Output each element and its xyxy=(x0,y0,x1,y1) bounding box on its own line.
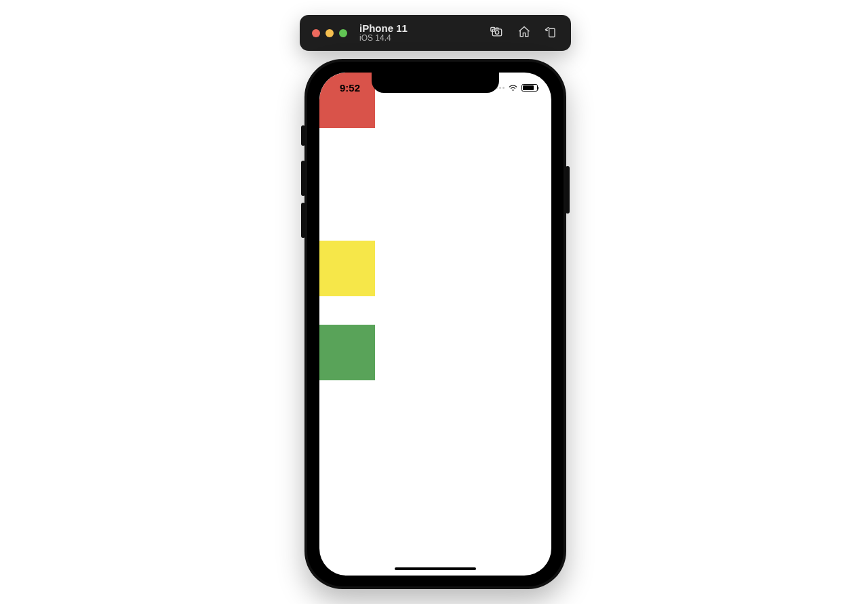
status-right xyxy=(492,81,538,94)
home-icon xyxy=(517,25,531,41)
toolbar-actions xyxy=(490,26,559,41)
battery-icon xyxy=(521,84,538,92)
svg-point-1 xyxy=(495,31,498,34)
rotate-button[interactable] xyxy=(544,26,559,41)
app-content xyxy=(319,73,551,576)
home-button[interactable] xyxy=(517,26,532,41)
power-button xyxy=(566,166,570,214)
volume-down-button xyxy=(301,203,305,238)
maximize-window-button[interactable] xyxy=(339,29,347,37)
device-os-label: iOS 14.4 xyxy=(359,34,408,43)
svg-rect-0 xyxy=(492,28,501,35)
camera-icon xyxy=(490,25,504,41)
window-controls xyxy=(312,29,347,37)
phone-frame: 9:52 xyxy=(304,59,566,589)
notch xyxy=(372,73,499,93)
screenshot-button[interactable] xyxy=(490,26,505,41)
mute-switch xyxy=(301,125,305,146)
minimize-window-button[interactable] xyxy=(326,29,334,37)
wifi-icon xyxy=(508,81,518,94)
svg-rect-3 xyxy=(549,28,555,37)
phone-screen[interactable]: 9:52 xyxy=(319,73,551,576)
yellow-box xyxy=(319,241,375,296)
close-window-button[interactable] xyxy=(312,29,320,37)
volume-up-button xyxy=(301,161,305,196)
device-name-label: iPhone 11 xyxy=(359,22,408,34)
green-box xyxy=(319,325,375,380)
simulator-toolbar: iPhone 11 iOS 14.4 xyxy=(300,15,571,51)
home-indicator[interactable] xyxy=(395,567,476,570)
rotate-icon xyxy=(545,25,558,41)
status-time: 9:52 xyxy=(340,82,360,94)
device-info: iPhone 11 iOS 14.4 xyxy=(359,22,408,43)
